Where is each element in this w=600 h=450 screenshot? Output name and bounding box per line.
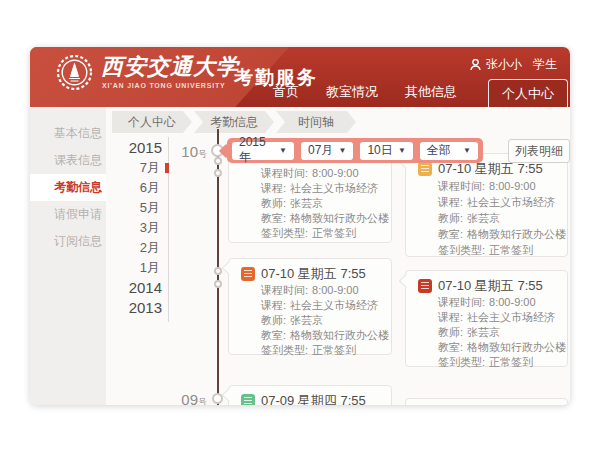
card-field-row: 课程:社会主义市场经济 [241,181,379,196]
card-field-row: 课程时间:8:00-9:00 [418,295,555,310]
status-icon [418,162,432,176]
field-label: 签到类型: [438,244,485,256]
field-label: 教师: [261,314,286,326]
breadcrumb-personal-center[interactable]: 个人中心 [112,111,192,133]
card-field-row: 教师:张芸京 [241,196,379,211]
card-title: 07-09 星期四 7:55 [261,392,366,406]
card-header: 07-10 星期五 7:55 [418,276,555,295]
nav-item-home[interactable]: 首页 [273,83,299,101]
app-window: 西安交通大学 XI'AN JIAO TONG UNIVERSITY 考勤服务 张… [30,47,570,405]
card-field-row: 课程:社会主义市场经济 [241,298,379,313]
field-value: 正常签到 [489,244,533,256]
user-name: 张小小 [486,56,522,73]
timeline-node[interactable] [214,157,222,165]
card-field-row: 教室:格物致知行政办公楼 [418,340,555,355]
month-select[interactable]: 07月▼ [301,142,353,160]
current-month-marker [165,163,169,173]
card-field-row: 教室:格物致知行政办公楼 [418,226,555,242]
timeline-period-2013[interactable]: 2013 [70,298,162,318]
timeline-period-5月[interactable]: 5月 [70,198,162,218]
chevron-down-icon: ▼ [463,146,471,155]
field-value: 社会主义市场经济 [290,182,378,194]
card-field-row: 课程时间:8:00-9:00 [241,283,379,298]
field-label: 课程时间: [261,167,308,179]
timeline-period-2015[interactable]: 2015 [70,138,162,158]
attendance-card: 07-10 星期五 7:55课程时间:8:00-9:00课程:社会主义市场经济教… [228,258,392,355]
field-value: 正常签到 [312,344,356,356]
field-value: 张芸京 [290,314,323,326]
field-value: 8:00-9:00 [489,180,535,192]
field-value: 社会主义市场经济 [467,311,555,323]
field-label: 课程时间: [438,296,485,308]
field-label: 教室: [438,228,463,240]
card-field-row: 课程时间:8:00-9:00 [418,178,555,194]
nav-tab-personal-center[interactable]: 个人中心 [488,79,568,107]
card-field-row: 签到类型:正常签到 [418,242,555,258]
field-label: 教室: [261,329,286,341]
field-value: 张芸京 [290,197,323,209]
timeline-node[interactable] [214,267,222,275]
card-field-row: 签到类型:正常签到 [241,226,379,241]
card-field-row: 签到类型:正常签到 [418,355,555,370]
card-title: 07-10 星期五 7:55 [261,265,366,283]
breadcrumb-attendance-info[interactable]: 考勤信息 [194,111,274,133]
card-field-row: 课程:社会主义市场经济 [418,310,555,325]
chevron-down-icon: ▼ [279,146,287,155]
list-detail-button[interactable]: 列表明细 [508,139,570,163]
card-field-row: 教室:格物致知行政办公楼 [241,328,379,343]
user-info[interactable]: 张小小 学生 [470,56,557,73]
timeline-node[interactable] [214,280,222,288]
card-title: 07-10 星期五 7:55 [438,277,543,295]
field-label: 签到类型: [261,344,308,356]
card-field-row: 签到类型:正常签到 [241,343,379,358]
nav-item-other-info[interactable]: 其他信息 [405,83,457,101]
nav-item-classrooms[interactable]: 教室情况 [326,83,378,101]
field-value: 社会主义市场经济 [467,196,555,208]
main-nav: 首页 教室情况 其他信息 个人中心 [273,77,570,107]
status-icon [241,394,255,406]
timeline-period-1月[interactable]: 1月 [70,258,162,278]
field-value: 张芸京 [467,326,500,338]
breadcrumb-timeline[interactable]: 时间轴 [276,111,356,133]
card-field-row: 教师:张芸京 [418,325,555,340]
timeline-period-3月[interactable]: 3月 [70,218,162,238]
university-name-en: XI'AN JIAO TONG UNIVERSITY [102,82,225,89]
field-value: 正常签到 [489,356,533,368]
category-select[interactable]: 全部▼ [420,142,478,160]
field-label: 教师: [438,326,463,338]
timeline-period-2014[interactable]: 2014 [70,278,162,298]
field-label: 教师: [438,212,463,224]
university-name-cn: 西安交通大学 [101,52,239,82]
day-marker-09: 09号 [167,391,207,405]
timeline-period-7月[interactable]: 7月 [70,158,162,178]
field-label: 教师: [261,197,286,209]
timeline-node[interactable] [214,169,222,177]
card-header: 07-09 星期四 7:55 [241,391,379,405]
card-field-row: 教室:格物致知行政办公楼 [241,211,379,226]
field-label: 签到类型: [438,356,485,368]
field-value: 格物致知行政办公楼 [290,212,389,224]
field-value: 社会主义市场经济 [290,299,378,311]
field-label: 课程时间: [261,284,308,296]
field-value: 格物致知行政办公楼 [467,228,566,240]
university-logo-icon [56,54,93,91]
timeline-period-6月[interactable]: 6月 [70,178,162,198]
timeline-period-list: 20157月6月5月3月2月1月20142013 [70,138,162,318]
field-label: 签到类型: [261,227,308,239]
year-select[interactable]: 2015年▼ [232,142,294,160]
card-field-row: 课程:社会主义市场经济 [418,194,555,210]
status-icon [418,279,432,293]
chevron-down-icon: ▼ [398,146,406,155]
card-field-row: 教师:张芸京 [241,313,379,328]
field-label: 教室: [261,212,286,224]
field-label: 课程时间: [438,180,485,192]
card-field-row: 课程时间:8:00-9:00 [241,166,379,181]
filter-bubble: 2015年▼ 07月▼ 10日▼ 全部▼ [227,138,483,163]
field-value: 格物致知行政办公楼 [467,341,566,353]
timeline-period-2月[interactable]: 2月 [70,238,162,258]
attendance-card: 07-10 星期五 7:55课程时间:8:00-9:00课程:社会主义市场经济教… [405,153,568,257]
field-label: 课程: [438,196,463,208]
field-label: 课程: [261,182,286,194]
day-select[interactable]: 10日▼ [360,142,412,160]
attendance-card: 07-09 星期四 7:55 [228,385,392,405]
